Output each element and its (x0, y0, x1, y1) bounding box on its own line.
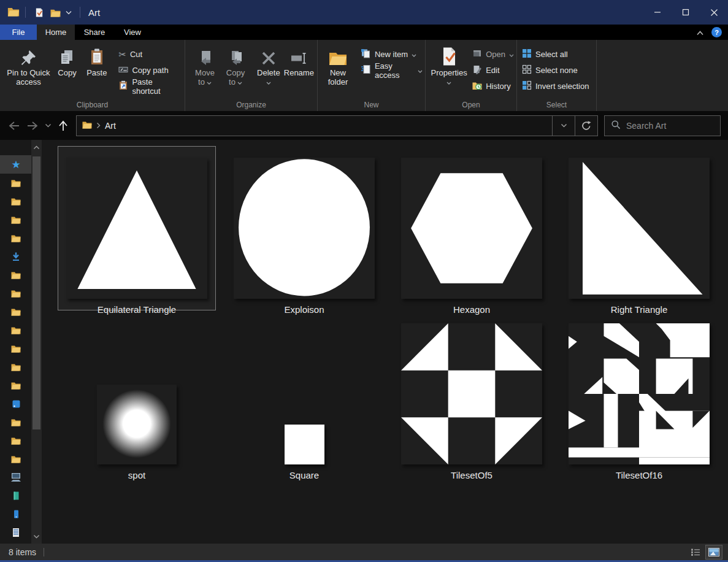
close-button[interactable] (700, 0, 728, 25)
tab-home[interactable]: Home (37, 25, 75, 40)
rename-icon (290, 44, 307, 66)
back-button[interactable] (5, 117, 23, 135)
minimize-button[interactable] (643, 0, 672, 25)
chevron-down-icon (266, 77, 271, 87)
sidebar-item-folder[interactable] (0, 174, 32, 192)
ribbon-group-select: Select all Select none Invert selection … (517, 40, 597, 111)
file-tile-right-triangle[interactable]: Right Triangle (560, 146, 718, 310)
search-box[interactable] (604, 115, 721, 136)
select-none-button[interactable]: Select none (522, 64, 589, 77)
new-folder-button[interactable]: New folder (324, 43, 352, 87)
folder-icon (11, 179, 21, 187)
sidebar-item-download[interactable] (0, 247, 32, 266)
collapse-ribbon-icon[interactable] (696, 27, 704, 38)
file-grid: Equilateral Triangle Exploison Hexagon R… (43, 140, 728, 544)
sidebar-item-folder[interactable] (0, 376, 32, 395)
select-all-button[interactable]: Select all (522, 48, 589, 61)
invert-selection-button[interactable]: Invert selection (522, 80, 589, 93)
pin-icon (20, 44, 37, 66)
sidebar-item-folder[interactable] (0, 450, 32, 468)
paste-button[interactable]: Paste (81, 43, 112, 77)
pin-to-quick-access-button[interactable]: Pin to Quick access (4, 43, 53, 87)
tab-view[interactable]: View (114, 25, 151, 40)
sidebar-item-folder[interactable] (0, 358, 32, 376)
search-input[interactable] (626, 121, 709, 131)
downloads-icon (11, 252, 21, 261)
easy-access-label: Easy access (375, 61, 414, 80)
delete-button[interactable]: Delete (254, 43, 283, 87)
file-tile-exploison[interactable]: Exploison (225, 146, 383, 310)
sidebar-item-folder[interactable] (0, 431, 32, 450)
forward-button[interactable] (23, 117, 42, 135)
open-button[interactable]: Open (472, 48, 514, 61)
title-bar: Art (0, 0, 728, 25)
cut-button[interactable]: ✂ Cut (118, 48, 182, 61)
recent-locations-chevron-icon[interactable] (42, 117, 54, 135)
copy-to-button[interactable]: Copy to (222, 43, 249, 87)
sidebar-item-phone[interactable] (0, 505, 32, 523)
new-item-button[interactable]: New item (361, 48, 423, 61)
sidebar-item-teal-book[interactable] (0, 487, 32, 505)
file-tile-spot[interactable]: spot (58, 312, 216, 476)
sidebar-item-star[interactable]: ★ (0, 155, 32, 174)
sidebar-item-folder[interactable] (0, 229, 32, 247)
sidebar-item-folder[interactable] (0, 413, 32, 431)
qat-properties-button[interactable] (31, 4, 47, 20)
tab-share[interactable]: Share (75, 25, 114, 40)
sidebar-item-folder[interactable] (0, 339, 32, 358)
sidebar-scrollbar-thumb[interactable] (33, 156, 40, 429)
chevron-down-icon (418, 66, 423, 75)
sidebar-item-folder[interactable] (0, 284, 32, 302)
address-dropdown-button[interactable] (552, 116, 575, 136)
sidebar-item-folder[interactable] (0, 210, 32, 229)
group-label-new: New (318, 101, 425, 109)
tileset-of-16-thumbnail (569, 323, 710, 464)
help-icon[interactable]: ? (711, 27, 722, 37)
paste-shortcut-button[interactable]: Paste shortcut (118, 80, 182, 93)
properties-button[interactable]: Properties (431, 43, 467, 87)
sidebar-item-folder[interactable] (0, 192, 32, 210)
refresh-button[interactable] (575, 116, 597, 136)
file-tile-tilesetof16[interactable]: TilesetOf16 (560, 312, 718, 476)
scroll-up-icon[interactable] (31, 142, 42, 152)
delete-label: Delete (257, 68, 280, 77)
pin-label: Pin to Quick access (4, 68, 53, 87)
move-to-button[interactable]: Move to (191, 43, 218, 87)
paste-shortcut-label: Paste shortcut (132, 77, 182, 96)
sidebar-item-folder[interactable] (0, 266, 32, 284)
circle-thumbnail (234, 158, 375, 299)
copy-path-button[interactable]: Copy path (118, 64, 182, 77)
file-tile-tilesetof5[interactable]: TilesetOf5 (393, 312, 551, 476)
file-tile-equilateral-triangle[interactable]: Equilateral Triangle (58, 146, 216, 310)
history-button[interactable]: History (472, 80, 514, 93)
folder-icon (11, 381, 21, 390)
sidebar-item-computer[interactable] (0, 468, 32, 487)
copy-button[interactable]: Copy (53, 43, 81, 77)
breadcrumb[interactable]: Art (105, 121, 116, 131)
details-view-button[interactable] (688, 545, 703, 559)
sidebar-item-folder[interactable] (0, 302, 32, 321)
maximize-button[interactable] (672, 0, 700, 25)
edit-button[interactable]: Edit (472, 64, 514, 77)
open-label: Open (486, 50, 505, 59)
quick-access-star-icon: ★ (11, 160, 20, 170)
sidebar-item-blue-drive[interactable] (0, 395, 32, 413)
easy-access-button[interactable]: Easy access (361, 64, 423, 77)
sidebar-scrollbar[interactable] (31, 140, 42, 544)
file-name: Square (226, 470, 383, 480)
sidebar-item-folder[interactable] (0, 321, 32, 339)
sidebar-item-disk[interactable] (0, 523, 32, 542)
address-bar[interactable]: Art (76, 115, 598, 136)
rename-button[interactable]: Rename (283, 43, 315, 77)
chevron-down-icon (509, 50, 514, 59)
up-button[interactable] (54, 117, 72, 135)
window-title: Art (88, 7, 100, 18)
paste-icon (88, 44, 105, 66)
file-tile-square[interactable]: Square (225, 312, 383, 476)
qat-new-folder-button[interactable] (47, 4, 63, 20)
qat-customize-chevron-icon[interactable] (63, 4, 74, 20)
file-tile-hexagon[interactable]: Hexagon (393, 146, 551, 310)
tab-file[interactable]: File (0, 25, 37, 40)
thumbnail-view-button[interactable] (706, 545, 722, 559)
scroll-down-icon[interactable] (31, 531, 42, 541)
